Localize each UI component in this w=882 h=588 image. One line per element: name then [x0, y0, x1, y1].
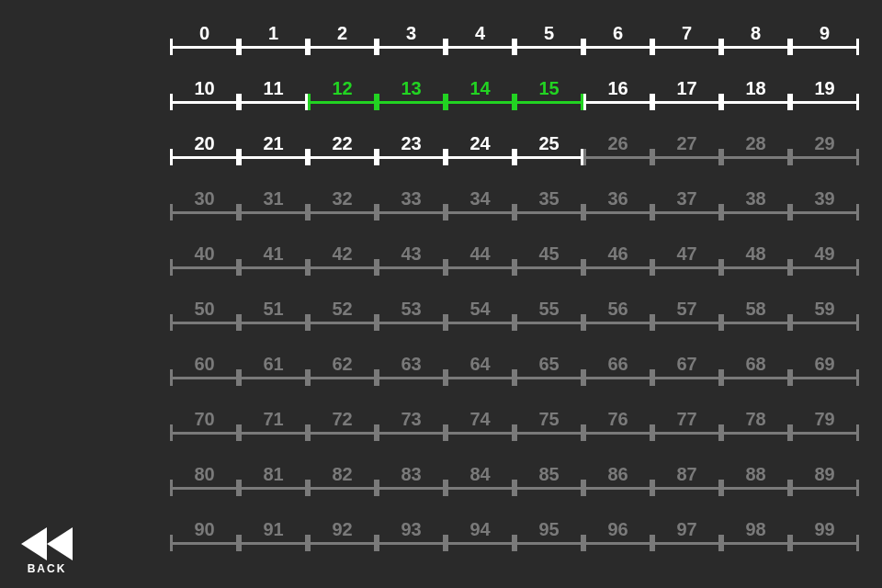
level-button[interactable]: 14 — [446, 74, 514, 100]
tick-mark — [514, 39, 517, 55]
level-number: 77 — [652, 404, 721, 431]
level-button: 98 — [721, 514, 790, 541]
level-number: 13 — [377, 74, 446, 100]
level-button[interactable]: 8 — [721, 18, 790, 45]
level-button: 92 — [308, 514, 377, 541]
ruler-segment — [514, 432, 583, 435]
level-button: 49 — [790, 239, 859, 266]
tick-mark — [790, 535, 793, 551]
level-button: 55 — [514, 294, 583, 321]
level-number: 54 — [446, 294, 514, 321]
level-number: 23 — [377, 129, 446, 155]
level-number: 30 — [170, 184, 239, 210]
level-button: 79 — [790, 404, 859, 431]
ruler-segment — [170, 211, 239, 214]
level-button[interactable]: 21 — [239, 129, 308, 155]
tick-mark — [514, 424, 517, 441]
level-button: 46 — [583, 239, 652, 266]
level-button[interactable]: 4 — [446, 18, 514, 45]
level-button: 99 — [790, 514, 859, 541]
tick-mark — [377, 480, 379, 496]
ruler-segment — [377, 211, 446, 214]
level-button[interactable]: 23 — [377, 129, 446, 155]
level-number: 93 — [377, 514, 446, 541]
ruler-segment — [239, 432, 308, 435]
level-button[interactable]: 13 — [377, 74, 446, 100]
level-button[interactable]: 18 — [721, 74, 790, 100]
tick-mark — [652, 369, 655, 386]
level-button: 54 — [446, 294, 514, 321]
tick-mark — [652, 480, 655, 496]
level-number: 56 — [583, 294, 652, 321]
back-label: BACK — [18, 562, 75, 575]
level-number: 15 — [514, 74, 583, 100]
level-button[interactable]: 17 — [652, 74, 721, 100]
tick-mark — [583, 480, 586, 496]
level-number: 89 — [790, 459, 859, 486]
level-number: 61 — [239, 349, 308, 376]
level-button[interactable]: 15 — [514, 74, 583, 100]
level-button: 53 — [377, 294, 446, 321]
level-button[interactable]: 11 — [239, 74, 308, 100]
level-number: 32 — [308, 184, 377, 210]
tick-mark — [239, 369, 242, 386]
ruler-segment — [583, 322, 652, 324]
back-button[interactable]: BACK — [18, 527, 75, 575]
level-number: 1 — [239, 18, 308, 45]
level-button: 26 — [583, 129, 652, 155]
ruler-segment — [790, 156, 859, 159]
ruler-segment — [377, 46, 446, 49]
rewind-icon — [18, 527, 75, 560]
level-button[interactable]: 0 — [170, 18, 239, 45]
level-button[interactable]: 6 — [583, 18, 652, 45]
ruler-segment — [652, 266, 721, 269]
level-number: 10 — [170, 74, 239, 100]
ruler-segment — [652, 46, 721, 49]
tick-mark — [583, 369, 586, 386]
tick-mark — [856, 39, 859, 55]
tick-mark — [583, 39, 586, 55]
level-button[interactable]: 3 — [377, 18, 446, 45]
level-number: 34 — [446, 184, 514, 210]
tick-mark — [446, 259, 448, 276]
tick-mark — [856, 149, 859, 165]
ruler-segment — [790, 211, 859, 214]
ruler-segment — [308, 487, 377, 490]
level-button[interactable]: 7 — [652, 18, 721, 45]
level-number: 72 — [308, 404, 377, 431]
level-button[interactable]: 19 — [790, 74, 859, 100]
tick-mark — [583, 94, 586, 110]
level-button[interactable]: 1 — [239, 18, 308, 45]
level-button: 45 — [514, 239, 583, 266]
level-button[interactable]: 24 — [446, 129, 514, 155]
level-button[interactable]: 10 — [170, 74, 239, 100]
level-button: 57 — [652, 294, 721, 321]
level-button: 52 — [308, 294, 377, 321]
level-button[interactable]: 16 — [583, 74, 652, 100]
level-button: 67 — [652, 349, 721, 376]
level-number: 39 — [790, 184, 859, 210]
ruler-segment — [514, 542, 583, 545]
ruler-segment — [721, 432, 790, 435]
ruler-segment — [377, 101, 446, 104]
level-button: 41 — [239, 239, 308, 266]
tick-mark — [790, 204, 793, 220]
level-button: 69 — [790, 349, 859, 376]
ruler-segment — [652, 322, 721, 324]
ruler-segment — [790, 101, 859, 104]
level-button: 34 — [446, 184, 514, 210]
level-button: 62 — [308, 349, 377, 376]
level-button[interactable]: 12 — [308, 74, 377, 100]
level-button[interactable]: 5 — [514, 18, 583, 45]
level-button[interactable]: 25 — [514, 129, 583, 155]
level-button: 39 — [790, 184, 859, 210]
tick-mark — [446, 39, 448, 55]
level-button[interactable]: 9 — [790, 18, 859, 45]
tick-mark — [308, 204, 311, 220]
level-number: 75 — [514, 404, 583, 431]
level-button[interactable]: 22 — [308, 129, 377, 155]
level-button[interactable]: 20 — [170, 129, 239, 155]
ruler-segment — [514, 211, 583, 214]
level-button[interactable]: 2 — [308, 18, 377, 45]
tick-mark — [721, 204, 724, 220]
